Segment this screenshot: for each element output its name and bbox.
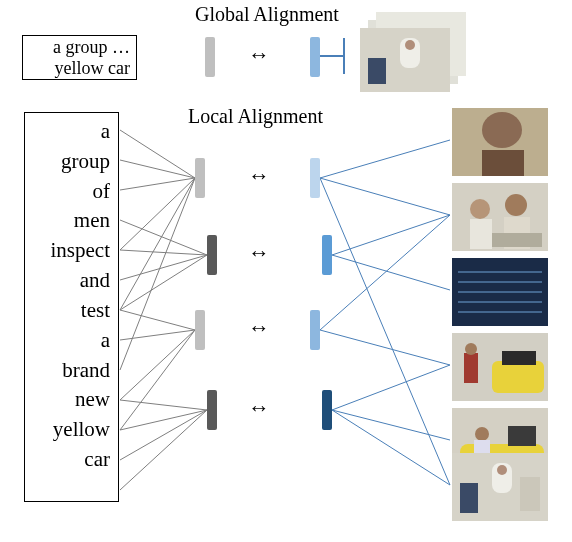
svg-line-7 <box>120 250 207 255</box>
double-arrow-icon: ↔ <box>248 317 270 339</box>
svg-rect-33 <box>368 58 386 84</box>
word-group: group <box>29 147 110 177</box>
svg-line-5 <box>120 178 195 370</box>
global-text-line2: yellow car <box>29 58 130 79</box>
global-alignment-label: Global Alignment <box>195 3 339 26</box>
svg-line-14 <box>120 400 207 410</box>
word-and: and <box>29 266 110 296</box>
svg-point-40 <box>505 194 527 216</box>
word-test: test <box>29 296 110 326</box>
double-arrow-icon: ↔ <box>248 44 270 66</box>
text-cluster-bar-4 <box>207 390 217 430</box>
svg-rect-42 <box>492 233 542 247</box>
svg-line-11 <box>120 330 195 340</box>
svg-line-25 <box>332 365 450 410</box>
svg-line-24 <box>320 330 450 365</box>
double-arrow-icon: ↔ <box>248 242 270 264</box>
svg-line-23 <box>320 215 450 330</box>
video-cluster-bar-2 <box>322 235 332 275</box>
svg-line-13 <box>120 330 195 430</box>
text-cluster-bar-2 <box>207 235 217 275</box>
svg-line-15 <box>120 410 207 430</box>
text-cluster-bar-3 <box>195 310 205 350</box>
global-text-box: a group … yellow car <box>22 35 137 80</box>
word-men: men <box>29 206 110 236</box>
svg-line-2 <box>120 178 195 190</box>
svg-rect-63 <box>520 477 540 511</box>
double-arrow-icon: ↔ <box>248 397 270 419</box>
svg-line-4 <box>120 178 195 310</box>
frame-thumb-3 <box>452 258 548 326</box>
word-of: of <box>29 177 110 207</box>
global-frame-stack <box>360 28 450 92</box>
global-video-feature-bar <box>310 37 320 77</box>
local-alignment-label: Local Alignment <box>188 105 323 128</box>
svg-point-61 <box>497 465 507 475</box>
frame-thumb-4 <box>452 333 548 401</box>
svg-line-26 <box>332 410 450 440</box>
svg-point-53 <box>465 343 477 355</box>
video-cluster-bar-3 <box>310 310 320 350</box>
text-cluster-bar-1 <box>195 158 205 198</box>
svg-line-8 <box>120 255 207 280</box>
svg-point-35 <box>482 112 522 148</box>
svg-line-3 <box>120 178 195 250</box>
global-text-line1: a group … <box>29 37 130 58</box>
word-new: new <box>29 385 110 415</box>
svg-line-21 <box>332 215 450 255</box>
double-arrow-icon: ↔ <box>248 165 270 187</box>
frame-thumb-1 <box>452 108 548 176</box>
svg-line-20 <box>320 178 450 485</box>
svg-line-19 <box>320 178 450 215</box>
svg-point-32 <box>405 40 415 50</box>
svg-rect-52 <box>464 353 478 383</box>
frame-thumb-2 <box>452 183 548 251</box>
svg-point-57 <box>475 427 489 441</box>
word-inspect: inspect <box>29 236 110 266</box>
svg-line-27 <box>332 410 450 485</box>
svg-point-38 <box>470 199 490 219</box>
svg-line-16 <box>120 410 207 460</box>
svg-line-22 <box>332 255 450 290</box>
svg-line-1 <box>120 160 195 178</box>
video-cluster-bar-4 <box>322 390 332 430</box>
global-text-feature-bar <box>205 37 215 77</box>
svg-line-9 <box>120 255 207 310</box>
local-word-box: a group of men inspect and test a brand … <box>24 112 119 502</box>
svg-rect-50 <box>492 361 544 393</box>
svg-rect-56 <box>508 426 536 446</box>
svg-line-18 <box>320 140 450 178</box>
word-car: car <box>29 445 110 475</box>
svg-rect-51 <box>502 351 536 365</box>
svg-rect-62 <box>460 483 478 513</box>
word-a1: a <box>29 117 110 147</box>
svg-line-17 <box>120 410 207 490</box>
svg-line-0 <box>120 130 195 178</box>
svg-line-10 <box>120 310 195 330</box>
video-cluster-bar-1 <box>310 158 320 198</box>
svg-line-12 <box>120 330 195 400</box>
word-a2: a <box>29 326 110 356</box>
svg-line-6 <box>120 220 207 255</box>
word-yellow: yellow <box>29 415 110 445</box>
frame-thumb-6 <box>452 453 548 521</box>
word-brand: brand <box>29 356 110 386</box>
svg-rect-36 <box>482 150 524 176</box>
svg-rect-39 <box>470 219 492 249</box>
